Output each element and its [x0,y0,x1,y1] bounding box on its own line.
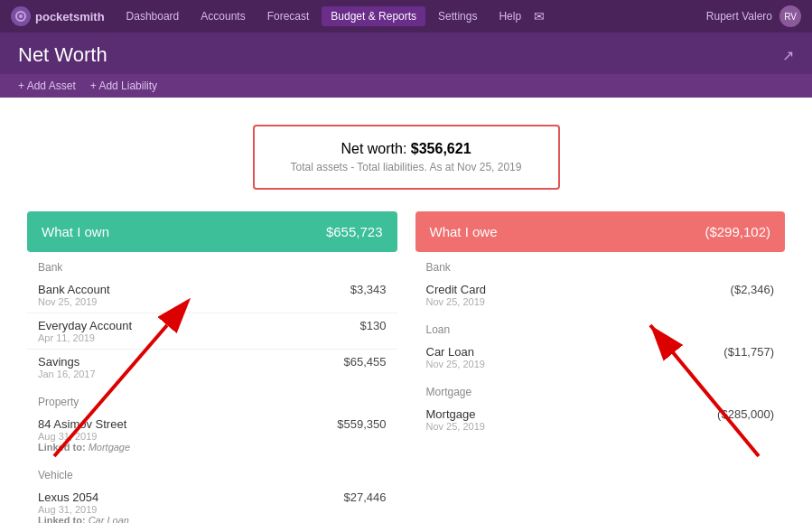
liabilities-header-label: What I owe [430,224,498,239]
assets-vehicle-section: Vehicle Lexus 2054 Aug 31, 2019 Linked t… [27,469,397,523]
credit-card-name: Credit Card [426,283,486,296]
assets-property-section: Property 84 Asimov Street Aug 31, 2019 L… [27,396,397,458]
everyday-account-date: Apr 11, 2019 [38,332,132,343]
logo: pocketsmith [11,6,105,26]
columns: What I own $655,723 Bank Bank Account No… [18,211,794,523]
nav-item-accounts[interactable]: Accounts [191,6,254,26]
account-mortgage: Mortgage Nov 25, 2019 ($285,000) [415,402,786,437]
asimov-account-name: 84 Asimov Street [38,417,130,431]
liabilities-header-amount: ($299,102) [705,224,770,239]
top-nav: pocketsmith Dashboard Accounts Forecast … [0,0,812,33]
net-worth-summary-box: Net worth: $356,621 Total assets - Total… [253,125,560,190]
assets-bank-label: Bank [27,261,397,274]
user-avatar[interactable]: RV [779,5,801,27]
liabilities-loan-section: Loan Car Loan Nov 25, 2019 ($11,757) [415,323,786,375]
credit-card-date: Nov 25, 2019 [426,296,486,307]
asimov-account-amount: $559,350 [337,417,386,431]
svg-point-1 [19,14,23,18]
car-loan-amount: ($11,757) [723,345,774,359]
assets-header: What I own $655,723 [27,211,397,252]
assets-bank-section: Bank Bank Account Nov 25, 2019 $3,343 Ev… [27,261,397,385]
savings-account-amount: $65,455 [344,355,387,369]
lexus-account-link: Linked to: Car Loan [38,515,129,523]
bank-account-amount: $3,343 [350,283,387,296]
liabilities-bank-label: Bank [415,261,786,274]
bank-account-name: Bank Account [38,283,110,296]
logo-text: pocketsmith [35,10,105,23]
net-worth-sub: Total assets - Total liabilities. As at … [276,161,537,173]
lexus-account-date: Aug 31, 2019 [38,504,129,515]
liabilities-loan-label: Loan [415,323,786,336]
credit-card-amount: ($2,346) [731,283,774,296]
assets-vehicle-label: Vehicle [27,469,397,481]
mortgage-amount: ($285,000) [717,407,774,421]
nav-item-forecast[interactable]: Forecast [258,6,319,26]
add-asset-button[interactable]: + Add Asset [18,79,76,92]
account-savings: Savings Jan 16, 2017 $65,455 [27,350,397,385]
everyday-account-amount: $130 [360,319,387,332]
trend-icon: ↗ [782,47,794,64]
mortgage-name: Mortgage [426,407,485,421]
everyday-account-name: Everyday Account [38,319,132,332]
main-content: Net worth: $356,621 Total assets - Total… [0,98,812,523]
car-loan-name: Car Loan [426,345,485,359]
assets-property-label: Property [27,396,397,408]
lexus-account-name: Lexus 2054 [38,490,129,504]
nav-item-help[interactable]: Help [490,6,530,26]
account-lexus: Lexus 2054 Aug 31, 2019 Linked to: Car L… [27,485,397,523]
account-everyday: Everyday Account Apr 11, 2019 $130 [27,313,397,350]
net-worth-label: Net worth: $356,621 [276,141,537,157]
liabilities-mortgage-section: Mortgage Mortgage Nov 25, 2019 ($285,000… [415,386,786,437]
assets-column: What I own $655,723 Bank Bank Account No… [27,211,397,523]
savings-account-date: Jan 16, 2017 [38,369,96,379]
nav-left: pocketsmith Dashboard Accounts Forecast … [11,6,545,26]
nav-item-settings[interactable]: Settings [429,6,486,26]
mail-icon[interactable]: ✉ [534,9,545,23]
nav-item-dashboard[interactable]: Dashboard [117,6,189,26]
account-bank-account: Bank Account Nov 25, 2019 $3,343 [27,277,397,313]
action-bar: + Add Asset + Add Liability [0,74,812,98]
bank-account-date: Nov 25, 2019 [38,296,110,307]
add-liability-button[interactable]: + Add Liability [90,79,157,92]
asimov-account-date: Aug 31, 2019 [38,431,130,442]
nav-item-budget-reports[interactable]: Budget & Reports [322,6,425,26]
liabilities-mortgage-label: Mortgage [415,386,786,398]
net-worth-prefix: Net worth: [341,141,410,156]
savings-account-name: Savings [38,355,96,369]
asimov-account-link: Linked to: Mortgage [38,442,130,453]
liabilities-header: What I owe ($299,102) [415,211,786,252]
net-worth-value: $356,621 [411,141,471,156]
mortgage-date: Nov 25, 2019 [426,421,485,432]
account-84-asimov: 84 Asimov Street Aug 31, 2019 Linked to:… [27,412,397,458]
sub-header: Net Worth ↗ [0,33,812,74]
nav-user: Rupert Valero [706,10,772,23]
page-title: Net Worth [18,43,107,67]
assets-header-label: What I own [42,224,109,239]
account-car-loan: Car Loan Nov 25, 2019 ($11,757) [415,340,786,375]
logo-icon [11,6,31,26]
lexus-account-amount: $27,446 [344,490,387,504]
liabilities-column: What I owe ($299,102) Bank Credit Card N… [415,211,786,523]
liabilities-bank-section: Bank Credit Card Nov 25, 2019 ($2,346) [415,261,786,313]
account-credit-card: Credit Card Nov 25, 2019 ($2,346) [415,277,786,313]
nav-right: Rupert Valero RV [706,5,801,27]
car-loan-date: Nov 25, 2019 [426,359,485,369]
assets-header-amount: $655,723 [326,224,383,239]
